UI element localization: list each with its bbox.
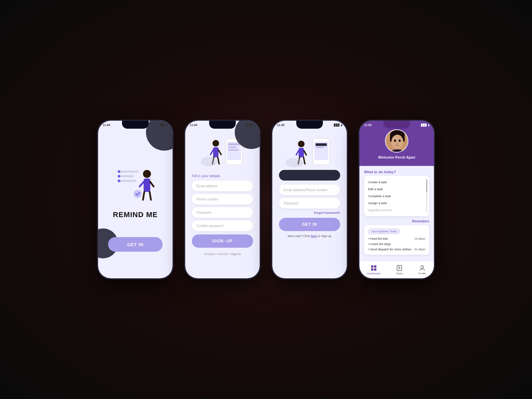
tasks-nav-label: Tasks (396, 272, 403, 275)
svg-rect-45 (374, 265, 376, 268)
confirm-password-field[interactable]: Confirm password (192, 220, 253, 231)
forgot-password-link[interactable]: Forgot Password? (279, 211, 340, 214)
svg-point-4 (118, 175, 120, 178)
uncompleted-badge: Uncompleted Tasks (368, 229, 400, 234)
login-svg (283, 137, 336, 170)
svg-point-5 (118, 180, 120, 182)
splash-svg (114, 151, 157, 207)
phones-container: 11.00 ▊▊▊ ▮ (97, 120, 435, 279)
new-user-text: New User? Click here to Sign-up (279, 234, 340, 238)
svg-point-41 (394, 140, 396, 142)
phone-placeholder: Phone number (197, 198, 218, 201)
wifi-icon: ▊▊▊ (160, 124, 166, 127)
login-content: Email address/Phone number Password Forg… (272, 121, 347, 278)
reminder-item-3: • Send dispatch for nimis clothes 01:45p… (368, 247, 425, 252)
email-placeholder: Email address (197, 184, 217, 188)
avatar-face (386, 130, 408, 152)
profile-avatar[interactable] (385, 129, 408, 153)
svg-line-20 (210, 150, 213, 155)
svg-rect-29 (316, 143, 327, 146)
task-item-create[interactable]: Create a task (368, 179, 425, 186)
status-time-4: 11.00 (364, 123, 372, 127)
signup-screen: 11.00 ▊▊▊ ▮ (185, 121, 260, 278)
login-password-field[interactable]: Password (279, 198, 340, 208)
svg-rect-16 (228, 147, 237, 148)
email-phone-field[interactable]: Email address/Phone number (279, 185, 340, 195)
svg-line-23 (218, 157, 219, 164)
dashboard-icon (370, 265, 377, 271)
svg-rect-19 (213, 147, 218, 157)
svg-point-7 (143, 170, 151, 178)
login-password-placeholder: Password (284, 201, 298, 205)
status-time-2: 11.00 (190, 123, 198, 127)
phone-notch-2 (209, 121, 236, 129)
svg-rect-17 (228, 149, 238, 151)
reminders-card: Uncompleted Tasks • Feed the kids 12:45p… (364, 225, 429, 255)
reminders-label: Reminders (364, 219, 429, 223)
status-icons-1: ▊▊▊ ▮ (160, 124, 168, 127)
reminder-time-3: 01:45pm (414, 248, 425, 251)
task-item-upgrade[interactable]: Upgrade account (368, 206, 425, 213)
reminder-time-1: 12:45pm (414, 237, 425, 240)
phone-notch-1 (122, 121, 149, 129)
login-screen: 11.00 ▊▊▊ ▮ (272, 121, 347, 278)
dashboard-screen: 11.00 ▊▊▊ ▮ (359, 121, 434, 278)
phone-login: 11.00 ▊▊▊ ▮ (271, 120, 348, 279)
svg-line-11 (143, 192, 144, 200)
signup-link[interactable]: here (311, 234, 317, 238)
password-placeholder: Password (197, 211, 211, 214)
battery-icon: ▮ (167, 124, 168, 127)
phone-dashboard: 11.00 ▊▊▊ ▮ (358, 120, 435, 279)
tasks-icon (396, 265, 403, 271)
status-icons-4: ▊▊▊ ▮ (421, 124, 429, 127)
email-field[interactable]: Email address (192, 181, 253, 191)
password-field[interactable]: Password (192, 207, 253, 218)
battery-icon-3: ▮ (341, 124, 342, 127)
dark-header-bar (279, 170, 340, 181)
splash-illustration (114, 151, 157, 204)
status-time-3: 11.00 (277, 123, 285, 127)
status-icons-3: ▊▊▊ ▮ (334, 124, 342, 127)
svg-point-42 (399, 140, 401, 142)
login-button[interactable]: GET IN (279, 218, 340, 231)
signup-content: Fill in your details Email address Phone… (185, 121, 260, 278)
phone-field[interactable]: Phone number (192, 194, 253, 204)
task-item-assign[interactable]: Assign a task (368, 200, 425, 206)
to-signup-label: to Sign-up (318, 234, 332, 238)
phone-notch-3 (296, 121, 323, 129)
phone-notch-4 (383, 121, 410, 129)
get-in-button[interactable]: GET IN (108, 237, 163, 252)
scrollbar-thumb[interactable] (426, 179, 427, 193)
splash-content: REMIND ME GET IN (98, 121, 173, 278)
nav-profile[interactable]: Profile (419, 265, 426, 275)
signup-button[interactable]: SIGN- UP (192, 234, 253, 248)
task-list-card: Create a task Edit a task Complete a tas… (364, 176, 429, 216)
svg-point-3 (118, 170, 120, 173)
confirm-password-placeholder: Confirm password (197, 224, 223, 228)
svg-rect-0 (120, 171, 139, 173)
phone-splash: 11.00 ▊▊▊ ▮ (97, 120, 174, 279)
task-item-complete[interactable]: Complete a task (368, 193, 425, 200)
svg-point-30 (298, 141, 305, 147)
svg-point-52 (421, 266, 424, 268)
nav-tasks[interactable]: Tasks (396, 265, 403, 275)
dashboard-nav-label: Dashboard (367, 272, 380, 275)
splash-screen: 11.00 ▊▊▊ ▮ (98, 121, 173, 278)
status-time-1: 11.00 (103, 123, 110, 127)
svg-point-36 (285, 158, 304, 167)
email-phone-placeholder: Email address/Phone number (284, 188, 328, 192)
svg-rect-8 (144, 179, 150, 192)
phone-signup: 11.00 ▊▊▊ ▮ (184, 120, 261, 279)
wifi-icon-4: ▊▊▊ (421, 124, 427, 127)
sign-in-link[interactable]: Sign in (231, 252, 241, 256)
nav-dashboard[interactable]: Dashboard (367, 265, 380, 275)
welcome-text: Welcome Perch Ajani (378, 155, 415, 159)
new-user-label: New User? Click (288, 234, 310, 238)
task-item-edit[interactable]: Edit a task (368, 186, 425, 193)
svg-line-10 (150, 182, 154, 187)
bottom-nav: Dashboard Tasks (359, 261, 434, 278)
profile-nav-label: Profile (419, 272, 426, 275)
reminder-text-2: • Anoint the dogs (368, 242, 425, 246)
svg-line-32 (296, 151, 299, 155)
svg-rect-2 (120, 180, 136, 182)
